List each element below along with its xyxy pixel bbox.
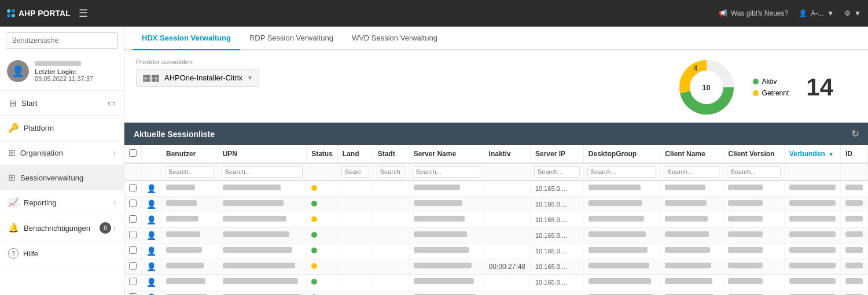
whats-new-button[interactable]: 📢 Was gibt's Neues? [719, 9, 788, 17]
chevron-right-icon-reporting: › [113, 198, 116, 207]
hamburger-menu[interactable]: ☰ [79, 7, 88, 20]
verbunden-value [789, 200, 836, 206]
search-land-cell [337, 163, 373, 180]
row-checkbox[interactable] [129, 231, 137, 238]
session-table: Benutzer UPN Status Land Stadt Server Na… [124, 145, 868, 295]
sidebar-item-reporting[interactable]: 📈 Reporting › [0, 190, 124, 215]
row-benutzer [161, 197, 218, 212]
row-id [840, 259, 867, 275]
row-inaktiv [484, 244, 530, 259]
row-checkbox[interactable] [129, 215, 137, 223]
servername-value [414, 200, 462, 206]
row-serverip: 10.165.0.... [531, 180, 584, 197]
col-upn: UPN [218, 145, 306, 163]
clientname-value [665, 247, 710, 253]
tab-bar: HDX Session Verwaltung RDP Session Verwa… [124, 27, 868, 50]
benutzer-value [166, 231, 200, 237]
sidebar-item-start[interactable]: 🖥 Start ▭ [0, 91, 124, 116]
sidebar-item-benachrichtigungen[interactable]: 🔔 Benachrichtigungen 8 › [0, 215, 124, 241]
row-benutzer [161, 275, 218, 290]
clientname-value [665, 200, 707, 206]
table-header-row: Benutzer UPN Status Land Stadt Server Na… [124, 145, 868, 163]
sidebar-item-hilfe[interactable]: ? Hilfe [0, 241, 124, 266]
settings-button[interactable]: ⚙ ▼ [844, 9, 861, 17]
row-checkbox[interactable] [129, 262, 137, 270]
verbunden-value [789, 185, 836, 190]
search-servername[interactable] [413, 166, 480, 178]
refresh-button[interactable]: ↻ [851, 128, 859, 139]
sidebar-label-sessionverwaltung: Sessionverwaltung [20, 174, 83, 182]
provider-section: Provider auswählen: ▦▦ AHPOne-Installer-… [124, 50, 868, 123]
user-menu-button[interactable]: 👤 A-... ▼ [799, 9, 834, 17]
nav-left: AHP PORTAL ☰ [7, 7, 88, 20]
row-land [337, 259, 373, 275]
row-checkbox[interactable] [129, 184, 137, 191]
row-land [337, 228, 373, 244]
search-land[interactable] [341, 166, 369, 178]
row-upn [218, 275, 306, 290]
whats-new-label: Was gibt's Neues? [731, 9, 788, 17]
upn-value [223, 200, 284, 206]
tab-hdx[interactable]: HDX Session Verwaltung [133, 27, 240, 50]
row-clientversion [723, 244, 785, 259]
col-verbunden[interactable]: Verbunden ▼ [784, 145, 840, 163]
row-checkbox[interactable] [129, 246, 137, 254]
id-value [845, 185, 863, 190]
upn-value [223, 216, 286, 222]
search-clientversion-cell [723, 163, 785, 180]
tab-wvd[interactable]: WVD Session Verwaltung [343, 27, 447, 50]
provider-dropdown[interactable]: ▦▦ AHPOne-Installer-Citrix ▼ [136, 69, 259, 87]
col-land: Land [337, 145, 373, 163]
chart-icon: 📈 [8, 197, 19, 208]
logo-dot-2 [12, 9, 15, 13]
clientname-value [665, 216, 708, 222]
id-value [845, 200, 863, 206]
col-desktopgroup: DesktopGroup [583, 145, 660, 163]
search-clientname[interactable] [664, 166, 719, 178]
col-stadt: Stadt [373, 145, 409, 163]
row-stadt [373, 290, 409, 296]
search-input[interactable] [6, 32, 118, 49]
sidebar-item-plattform[interactable]: 🔑 Plattform [0, 116, 124, 141]
row-avatar-cell: 👤 [142, 180, 161, 197]
sidebar-nav: 🖥 Start ▭ 🔑 Plattform ⊞ Organisation › [0, 91, 124, 295]
search-stadt[interactable] [377, 166, 405, 178]
row-land [337, 290, 373, 296]
verbunden-value [789, 278, 836, 284]
row-stadt [373, 197, 409, 212]
row-upn [218, 197, 306, 212]
select-all-checkbox[interactable] [129, 149, 137, 157]
sidebar-item-organisation[interactable]: ⊞ Organisation › [0, 141, 124, 165]
tab-rdp[interactable]: RDP Session Verwaltung [240, 27, 343, 50]
logo: AHP PORTAL [7, 9, 71, 18]
bell-icon: 🔔 [8, 223, 19, 233]
row-servername [409, 197, 484, 212]
upn-value [223, 247, 292, 253]
provider-arrow: ▼ [247, 75, 253, 81]
user-info: Letzter Login: 09.05.2022 11:37:37 [35, 61, 93, 82]
user-area: 👤 Letzter Login: 09.05.2022 11:37:37 [0, 54, 124, 91]
row-serverip: 10.165.0.... [531, 197, 584, 212]
row-benutzer [161, 180, 218, 197]
avatar: 👤 [7, 60, 29, 82]
session-list-title: Aktuelle Sessionliste [134, 130, 215, 139]
search-serverip[interactable] [534, 166, 580, 178]
sidebar-item-sessionverwaltung[interactable]: ⊞ Sessionverwaltung [0, 165, 124, 190]
search-upn[interactable] [222, 166, 303, 178]
settings-dropdown-arrow: ▼ [854, 9, 861, 17]
row-clientversion [723, 212, 785, 228]
clientversion-value [728, 185, 763, 190]
row-checkbox-cell [124, 275, 142, 290]
search-desktopgroup[interactable] [587, 166, 657, 178]
row-checkbox[interactable] [129, 200, 137, 207]
active-label: Aktiv [762, 78, 777, 86]
col-status: Status [307, 145, 338, 163]
row-upn [218, 244, 306, 259]
row-checkbox[interactable] [129, 278, 137, 285]
row-checkbox-cell [124, 197, 142, 212]
search-benutzer[interactable] [165, 166, 214, 178]
row-land [337, 197, 373, 212]
row-serverip: 10.165.0.... [531, 275, 584, 290]
clientname-value [665, 185, 705, 190]
search-clientversion[interactable] [727, 166, 781, 178]
